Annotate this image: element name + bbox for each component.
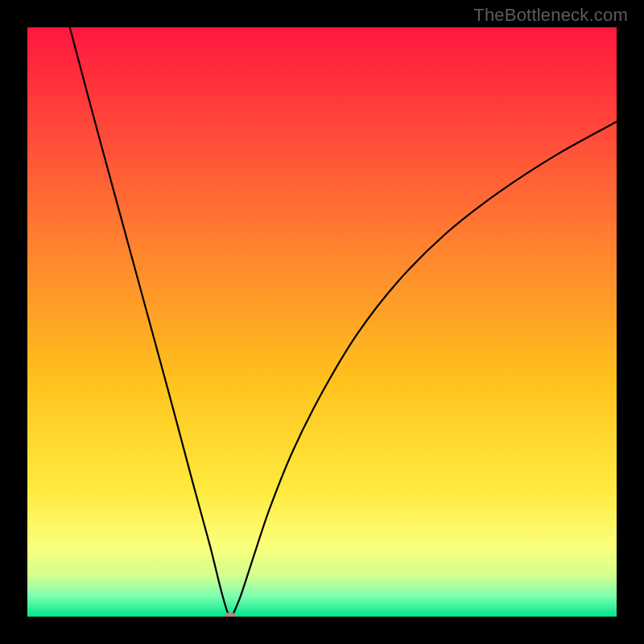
- bottleneck-curve: [27, 27, 617, 617]
- optimal-point-marker: [225, 613, 236, 617]
- plot-area: [27, 27, 617, 617]
- chart-stage: TheBottleneck.com: [0, 0, 644, 644]
- watermark-text: TheBottleneck.com: [473, 5, 628, 26]
